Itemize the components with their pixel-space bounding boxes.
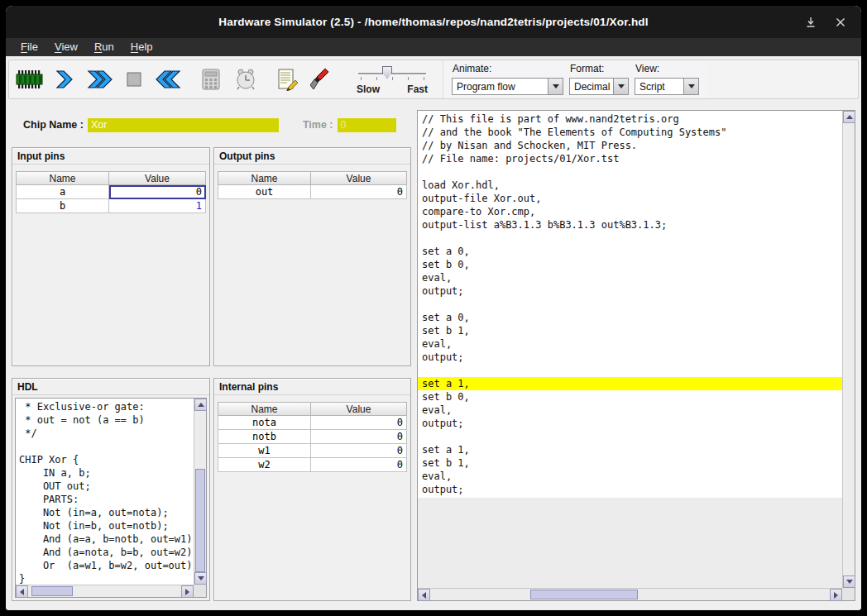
- menu-run[interactable]: Run: [86, 38, 122, 56]
- script-line: eval,: [418, 470, 842, 483]
- animate-group: Animate: Program flow: [452, 63, 563, 95]
- table-header-row: NameValue: [218, 171, 407, 185]
- script-button[interactable]: [271, 63, 305, 96]
- hdl-line: Not (in=b, out=notb);: [19, 519, 194, 532]
- menu-view[interactable]: View: [46, 38, 86, 56]
- script-line: compare-to Xor.cmp,: [418, 205, 842, 218]
- scroll-right-button[interactable]: [181, 585, 194, 598]
- scrollbar-track[interactable]: [430, 589, 830, 600]
- table-header-row: NameValue: [16, 171, 206, 185]
- clock-button[interactable]: [228, 63, 263, 96]
- hdl-line: CHIP Xor {: [19, 453, 194, 466]
- pin-row-out: out0: [218, 185, 407, 199]
- load-chip-button[interactable]: [12, 63, 47, 96]
- scroll-down-button[interactable]: [843, 575, 855, 588]
- view-group: View: Script: [635, 63, 699, 95]
- pin-value[interactable]: 1: [109, 199, 206, 213]
- script-line: set a 1,: [418, 443, 842, 456]
- pin-value[interactable]: 0: [311, 185, 407, 199]
- pin-row-nota: nota0: [218, 416, 407, 430]
- script-line: [418, 165, 842, 179]
- scrollbar-thumb[interactable]: [530, 590, 638, 599]
- stop-icon: [123, 69, 145, 90]
- pin-value[interactable]: 0: [311, 444, 407, 458]
- scrollbar-thumb[interactable]: [31, 586, 73, 596]
- pin-row-b: b1: [16, 199, 206, 213]
- pin-value[interactable]: 0: [311, 458, 407, 472]
- calculator-button[interactable]: [194, 63, 228, 96]
- script-vertical-scrollbar[interactable]: [842, 111, 855, 588]
- scrollbar-corner: [194, 585, 206, 597]
- chevron-down-icon[interactable]: [548, 79, 563, 94]
- triangle-right-icon: [185, 589, 189, 595]
- view-label: View:: [635, 63, 699, 74]
- scroll-right-button[interactable]: [830, 589, 842, 601]
- script-line: // File name: projects/01/Xor.tst: [418, 152, 842, 165]
- triangle-up-icon: [846, 115, 853, 119]
- pin-row-notb: notb0: [218, 430, 407, 444]
- animate-select[interactable]: Program flow: [452, 78, 563, 95]
- calculator-icon: [200, 68, 222, 91]
- single-step-icon: [54, 69, 75, 90]
- pin-value[interactable]: 0: [311, 430, 407, 444]
- pin-name: w1: [218, 444, 311, 458]
- triangle-left-icon: [422, 592, 426, 599]
- hdl-vertical-scrollbar[interactable]: [194, 399, 206, 585]
- menu-help[interactable]: Help: [122, 38, 161, 56]
- pin-value[interactable]: 0: [109, 185, 206, 199]
- format-group: Format: Decimal: [569, 63, 629, 95]
- scroll-left-button[interactable]: [16, 585, 28, 598]
- script-panel[interactable]: // This file is part of www.nand2tetris.…: [417, 110, 855, 601]
- pin-name: out: [218, 185, 311, 199]
- run-icon: [85, 69, 113, 90]
- scrollbar-thumb[interactable]: [195, 469, 205, 572]
- scroll-up-button[interactable]: [194, 399, 207, 411]
- single-step-button[interactable]: [47, 63, 82, 96]
- slider-slow-label: Slow: [357, 84, 380, 95]
- title-bar[interactable]: Hardware Simulator (2.5) - /home/thomas/…: [6, 6, 861, 38]
- input-pins-panel: Input pins NameValuea0b1: [12, 147, 210, 366]
- scroll-up-button[interactable]: [843, 111, 855, 123]
- hdl-line: IN a, b;: [19, 466, 194, 480]
- pin-row-w1: w10: [218, 444, 407, 458]
- script-line-current: set a 1,: [418, 377, 842, 390]
- script-line: load Xor.hdl,: [418, 179, 842, 192]
- menu-file[interactable]: File: [12, 38, 46, 56]
- chip-name-field[interactable]: Xor: [88, 118, 279, 132]
- scroll-down-button[interactable]: [194, 572, 207, 585]
- clear-button[interactable]: [305, 63, 340, 96]
- speed-slider[interactable]: [357, 66, 428, 81]
- pin-value[interactable]: 0: [311, 416, 407, 430]
- format-select[interactable]: Decimal: [569, 78, 629, 95]
- reset-button[interactable]: [151, 63, 186, 96]
- column-header-name: Name: [218, 402, 311, 416]
- script-line: output;: [418, 284, 842, 298]
- stop-button[interactable]: [117, 63, 151, 96]
- minimize-button[interactable]: [803, 15, 818, 30]
- scrollbar-track[interactable]: [28, 585, 181, 597]
- script-horizontal-scrollbar[interactable]: [418, 588, 842, 600]
- script-line: [418, 298, 842, 311]
- brush-icon: [310, 68, 335, 91]
- chevron-down-icon[interactable]: [683, 79, 698, 94]
- view-select[interactable]: Script: [635, 78, 699, 95]
- triangle-right-icon: [834, 592, 838, 599]
- close-button[interactable]: [833, 15, 848, 30]
- chevron-down-icon[interactable]: [613, 79, 628, 94]
- triangle-up-icon: [198, 403, 204, 407]
- scrollbar-track[interactable]: [194, 411, 206, 572]
- triangle-down-icon: [846, 580, 853, 584]
- hdl-horizontal-scrollbar[interactable]: [16, 585, 194, 597]
- scroll-left-button[interactable]: [418, 589, 430, 601]
- scrollbar-track[interactable]: [843, 123, 855, 575]
- run-button[interactable]: [82, 63, 117, 96]
- close-icon: [836, 17, 845, 27]
- hdl-view[interactable]: * Exclusive-or gate: * out = not (a == b…: [15, 398, 207, 598]
- triangle-left-icon: [20, 589, 24, 595]
- output-pins-title: Output pins: [214, 148, 410, 165]
- hdl-line: */: [19, 427, 194, 440]
- script-line: eval,: [418, 271, 842, 284]
- hdl-code: * Exclusive-or gate: * out = not (a == b…: [16, 399, 194, 585]
- slider-ticks: [361, 77, 426, 80]
- script-line: set b 1,: [418, 324, 842, 337]
